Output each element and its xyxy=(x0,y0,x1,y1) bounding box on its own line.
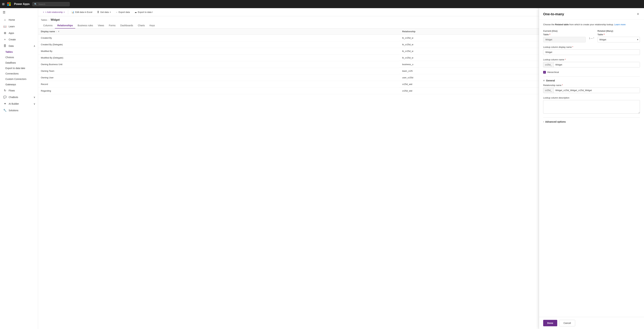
tab-keys[interactable]: Keys xyxy=(147,23,157,29)
learn-icon: 📖 xyxy=(3,25,6,28)
done-button[interactable]: Done xyxy=(543,320,557,326)
add-relationship-button[interactable]: + + Add relationship ▾ xyxy=(41,10,66,15)
search-input[interactable] xyxy=(38,3,68,6)
row-display-name: Owning User xyxy=(38,74,400,81)
advanced-section: › Advanced options xyxy=(543,118,640,123)
panel-description: Choose the Related table from which to c… xyxy=(543,23,640,26)
home-icon: ⌂ xyxy=(3,18,6,21)
sidebar-item-tables[interactable]: Tables xyxy=(0,49,38,55)
current-table-display: Widget xyxy=(543,37,586,42)
row-relationship: cr25d_wid xyxy=(402,90,412,92)
sidebar-sub-label: Tables xyxy=(6,51,13,53)
sidebar-item-learn[interactable]: 📖 Learn xyxy=(0,23,38,30)
row-relationship: user_cr25d xyxy=(402,76,413,79)
sidebar-item-create[interactable]: + Create xyxy=(0,36,38,43)
ai-builder-icon: ✦ xyxy=(3,102,6,105)
lookup-name-section: Lookup column name * cr25d_ xyxy=(543,58,640,68)
sidebar-item-choices[interactable]: Choices xyxy=(0,55,38,60)
sidebar-item-flows[interactable]: ↻ Flows xyxy=(0,87,38,94)
tab-relationships[interactable]: Relationships xyxy=(55,23,75,29)
cancel-button[interactable]: Cancel xyxy=(559,320,575,326)
sidebar-item-chatbots[interactable]: 💬 Chatbots ∨ xyxy=(0,94,38,100)
related-table-select[interactable]: Widget xyxy=(598,37,640,42)
row-display-name: Modified By (Delegate) xyxy=(38,55,400,61)
panel-footer: Done Cancel xyxy=(539,317,644,329)
lookup-display-section: Lookup column display name * xyxy=(543,46,640,55)
row-relationship: team_cr25 xyxy=(402,70,412,72)
sidebar-item-apps[interactable]: ⊞ Apps xyxy=(0,30,38,36)
tab-columns[interactable]: Columns xyxy=(41,23,55,29)
sidebar-item-connections[interactable]: Connections xyxy=(0,71,38,76)
data-icon: 🗄 xyxy=(97,11,99,14)
tab-dashboards[interactable]: Dashboards xyxy=(118,23,136,29)
app-name: Power Apps xyxy=(14,3,30,6)
sidebar-sub-label: Gateways xyxy=(6,83,16,86)
content-area: + + Add relationship ▾ 📊 Edit data in Ex… xyxy=(38,8,644,329)
panel-table-columns: Current (One) Table * Widget 1 — * xyxy=(543,30,640,42)
sidebar-item-export[interactable]: Export to data lake xyxy=(0,66,38,71)
panel-bold-text: Related table xyxy=(555,23,569,26)
export-to-data-button[interactable]: ☁ Export to data l xyxy=(132,10,154,15)
panel-close-button[interactable]: ✕ xyxy=(636,12,640,17)
collapse-chevron-icon: ∨ xyxy=(543,79,545,82)
one-to-many-panel: One-to-many ✕ Choose the Related table f… xyxy=(539,8,644,329)
sidebar-item-solutions[interactable]: 🔧 Solutions xyxy=(0,107,38,114)
panel-header: One-to-many ✕ xyxy=(539,8,644,20)
tables-breadcrumb-link[interactable]: Tables xyxy=(41,19,47,21)
related-table-label: Table * xyxy=(598,33,640,36)
row-display-name: Record xyxy=(38,81,400,88)
row-display-name: Created By xyxy=(38,35,400,41)
hierarchical-row: ✓ Hierarchical xyxy=(543,71,640,74)
sidebar-item-data[interactable]: 🗄 Data ∧ xyxy=(0,43,38,49)
sort-dropdown-icon[interactable]: ∨ xyxy=(58,30,59,33)
advanced-section-header[interactable]: › Advanced options xyxy=(543,120,640,123)
learn-more-link[interactable]: Learn more xyxy=(614,23,626,26)
search-bar[interactable]: 🔍 xyxy=(32,2,70,6)
sidebar-item-ai-builder[interactable]: ✦ AI Builder ∨ xyxy=(0,100,38,107)
general-section-header[interactable]: ∨ General xyxy=(543,79,640,82)
grid-icon[interactable]: ⊞ xyxy=(2,2,4,6)
row-display-name: Created By (Delegate) xyxy=(38,41,400,48)
hamburger-button[interactable]: ☰ xyxy=(0,8,38,17)
tab-views[interactable]: Views xyxy=(96,23,106,29)
relationship-name-input[interactable] xyxy=(554,88,640,93)
sidebar-item-dataflows[interactable]: Dataflows xyxy=(0,60,38,66)
panel-title: One-to-many xyxy=(543,12,564,16)
sidebar-item-label: Create xyxy=(9,38,16,41)
sidebar-item-gateways[interactable]: Gateways xyxy=(0,82,38,87)
sidebar-item-custom-connectors[interactable]: Custom Connectors xyxy=(0,76,38,82)
lookup-name-input[interactable] xyxy=(554,62,640,67)
current-one-label: Current (One) xyxy=(543,30,586,32)
tab-charts[interactable]: Charts xyxy=(136,23,147,29)
sidebar-item-label: Data xyxy=(9,45,14,47)
search-icon: 🔍 xyxy=(34,3,37,6)
hierarchical-label: Hierarchical xyxy=(547,71,559,74)
row-display-name: Owning Business Unit xyxy=(38,61,400,68)
related-many-label: Related (Many) xyxy=(598,30,640,32)
add-icon: + xyxy=(43,11,44,14)
row-relationship: lk_cr25d_w xyxy=(402,43,413,46)
tab-business-rules[interactable]: Business rules xyxy=(75,23,96,29)
flows-icon: ↻ xyxy=(3,89,6,92)
col-display-name-header[interactable]: Display name ↑ ∨ xyxy=(38,29,400,35)
lookup-desc-textarea[interactable] xyxy=(543,100,640,114)
export-data-button[interactable]: → Export data xyxy=(114,10,132,15)
edit-data-button[interactable]: 📊 Edit data in Excel xyxy=(70,10,94,15)
sidebar-sub-label: Custom Connectors xyxy=(6,78,26,80)
hierarchical-checkbox[interactable]: ✓ xyxy=(543,71,546,74)
lookup-name-input-wrap: cr25d_ xyxy=(543,62,640,68)
svg-rect-3 xyxy=(9,4,11,6)
sidebar-item-label: AI Builder xyxy=(9,102,19,105)
breadcrumb-separator: › xyxy=(49,19,49,21)
lookup-display-input[interactable] xyxy=(543,49,640,55)
sidebar-item-label: Learn xyxy=(9,25,15,28)
sidebar-item-home[interactable]: ⌂ Home xyxy=(0,17,38,23)
cloud-icon: ☁ xyxy=(134,11,137,14)
row-relationship: business_u xyxy=(402,63,413,66)
tab-forms[interactable]: Forms xyxy=(106,23,118,29)
row-relationship: lk_cr25d_w xyxy=(402,50,413,52)
row-display-name: Modified By xyxy=(38,48,400,55)
get-data-button[interactable]: 🗄 Get data ▾ xyxy=(95,10,113,15)
excel-icon: 📊 xyxy=(72,11,74,14)
sidebar-item-label: Flows xyxy=(9,89,15,92)
